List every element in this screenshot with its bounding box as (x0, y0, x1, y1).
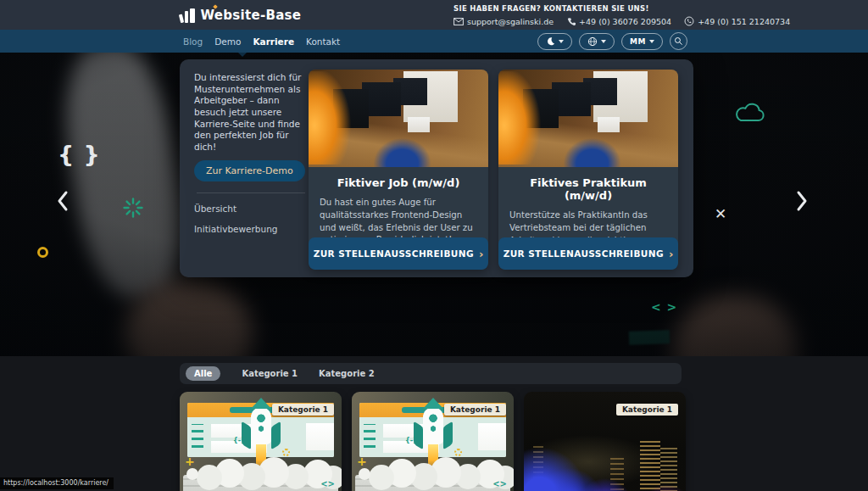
user-initials: MM (630, 37, 646, 46)
rocket-flame (428, 444, 438, 473)
nav-item-kontakt[interactable]: Kontakt (306, 36, 340, 47)
carousel-next-button[interactable] (793, 188, 810, 214)
job-listing-button-label: ZUR STELLENAUSSCHREIBUNG (314, 248, 474, 259)
phone-link[interactable]: +49 (0) 36076 209504 (566, 17, 671, 26)
filter-alle[interactable]: Alle (186, 366, 220, 381)
career-intro-text: Du interessierst dich für Musterunterneh… (194, 72, 307, 153)
rocket-nose (423, 398, 443, 409)
main-nav: Blog Demo Karriere Kontakt MM (0, 30, 868, 53)
sidebar-link-uebersicht[interactable]: Übersicht (194, 204, 307, 214)
braces-icon: { } (58, 141, 101, 167)
spinner-icon (122, 197, 144, 219)
job-card: Fiktiver Job (m/w/d) Du hast ein gutes A… (309, 70, 488, 270)
globe-icon (587, 36, 598, 47)
logo-bars-icon (180, 8, 195, 23)
phone-text: +49 (0) 36076 209504 (579, 17, 671, 26)
cross-icon: ✕ (715, 205, 726, 222)
phone-icon (566, 17, 576, 26)
chevron-down-icon (601, 40, 606, 43)
code-brackets-icon: < > (651, 300, 677, 314)
category-badge: Kategorie 1 (444, 404, 506, 416)
page: Website-Base SIE HABEN FRAGEN? KONTAKTIE… (0, 0, 868, 491)
search-button[interactable] (670, 32, 687, 50)
email-text: support@sgalinski.de (467, 17, 554, 26)
job-photo-workstation (498, 70, 678, 167)
rocket-flame (256, 444, 266, 473)
mini-keyboard (355, 475, 510, 491)
code-brackets-icon: <> (320, 479, 335, 488)
mini-keyboard (183, 475, 338, 491)
content-card-rocket[interactable]: {-} + <> Kategorie 1 (352, 392, 514, 491)
job-listing-button[interactable]: ZUR STELLENAUSSCHREIBUNG › (498, 237, 678, 270)
nav-item-blog[interactable]: Blog (183, 36, 203, 47)
envelope-icon (453, 18, 464, 25)
job-title: Fiktives Praktikum (m/w/d) (509, 176, 667, 202)
contact-question-label: SIE HABEN FRAGEN? KONTAKTIEREN SIE UNS! (453, 4, 790, 13)
category-filter-bar: Alle Kategorie 1 Kategorie 2 (180, 363, 682, 384)
filter-kategorie-2[interactable]: Kategorie 2 (319, 369, 375, 378)
chevron-down-icon (649, 40, 654, 43)
filter-kategorie-1[interactable]: Kategorie 1 (242, 369, 298, 378)
career-panel: Du interessierst dich für Musterunterneh… (180, 59, 693, 277)
chevron-right-icon: › (479, 248, 483, 260)
career-demo-button[interactable]: Zur Karriere-Demo (194, 160, 305, 181)
whatsapp-icon (684, 16, 694, 26)
contact-block: SIE HABEN FRAGEN? KONTAKTIEREN SIE UNS! … (453, 4, 790, 26)
mini-sun-icon (454, 449, 462, 456)
sidebar-divider (197, 192, 305, 193)
smoke-clouds (359, 468, 370, 480)
carousel-prev-button[interactable] (54, 188, 71, 214)
job-body: Fiktiver Job (m/w/d) Du hast ein gutes A… (309, 167, 488, 247)
nav-item-demo[interactable]: Demo (214, 36, 241, 47)
whatsapp-text: +49 (0) 151 21240734 (698, 17, 790, 26)
code-brackets-icon: <> (492, 479, 507, 488)
chevron-right-icon: › (669, 248, 673, 260)
email-link[interactable]: support@sgalinski.de (453, 17, 554, 26)
content-card-rocket[interactable]: {-} + <> Kategorie 1 (180, 392, 342, 491)
nav-controls: MM (537, 30, 687, 53)
smoke-clouds (186, 468, 198, 480)
nav-links: Blog Demo Karriere Kontakt (183, 30, 340, 53)
rocket-icon (423, 407, 443, 444)
whatsapp-link[interactable]: +49 (0) 151 21240734 (684, 16, 790, 26)
category-badge: Kategorie 1 (616, 404, 678, 416)
nav-item-karriere[interactable]: Karriere (253, 36, 294, 47)
user-menu[interactable]: MM (621, 33, 663, 50)
job-title: Fiktiver Job (m/w/d) (320, 176, 477, 189)
search-icon (674, 36, 683, 46)
active-nav-pointer (238, 53, 247, 57)
logo-text: Website-Base (201, 8, 302, 23)
mini-sun-icon (282, 449, 290, 456)
job-listing-button[interactable]: ZUR STELLENAUSSCHREIBUNG › (309, 237, 488, 270)
plus-icon: + (357, 455, 367, 468)
theme-toggle[interactable] (537, 33, 572, 50)
browser-status-url: https://localhost:3000/karriere/ (0, 477, 114, 489)
top-bar: Website-Base SIE HABEN FRAGEN? KONTAKTIE… (0, 0, 868, 30)
moon-icon (546, 36, 555, 46)
plus-icon: + (185, 455, 195, 468)
job-photo-workstation (309, 70, 488, 167)
sidebar-link-initiativbewerbung[interactable]: Initiativbewerbung (194, 224, 307, 234)
chevron-down-icon (559, 40, 564, 43)
job-listing-button-label: ZUR STELLENAUSSCHREIBUNG (504, 248, 664, 259)
career-sidebar: Du interessierst dich für Musterunterneh… (194, 72, 307, 234)
site-logo[interactable]: Website-Base (180, 0, 301, 30)
cloud-icon (732, 100, 768, 126)
category-badge: Kategorie 1 (272, 404, 334, 416)
rocket-icon (251, 407, 271, 444)
content-card-city[interactable]: Kategorie 1 (524, 392, 686, 491)
language-select[interactable] (579, 33, 615, 50)
rocket-nose (251, 398, 271, 409)
contact-row: support@sgalinski.de +49 (0) 36076 20950… (453, 16, 790, 26)
job-card: Fiktives Praktikum (m/w/d) Unterstütze a… (498, 70, 678, 270)
ring-icon (37, 247, 48, 258)
